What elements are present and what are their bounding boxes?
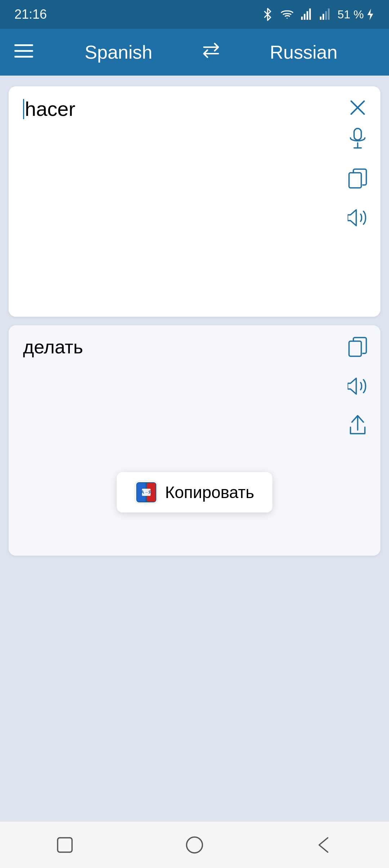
- battery-indicator: 51 %: [337, 8, 375, 21]
- output-actions: [345, 334, 370, 438]
- back-button[interactable]: [310, 831, 339, 859]
- svg-rect-17: [349, 173, 361, 188]
- signal2-icon: [319, 8, 332, 21]
- close-icon: [348, 98, 367, 117]
- svg-rect-7: [328, 9, 330, 20]
- output-card: делать: [9, 325, 380, 556]
- status-bar: 21:16 51 %: [0, 0, 389, 29]
- status-time: 21:16: [14, 7, 47, 22]
- back-icon: [313, 834, 335, 856]
- swap-languages-button[interactable]: [200, 41, 222, 63]
- svg-rect-14: [354, 128, 361, 140]
- svg-rect-24: [58, 838, 72, 852]
- clear-button[interactable]: [345, 95, 370, 120]
- svg-rect-3: [309, 9, 311, 20]
- home-button[interactable]: [180, 831, 209, 859]
- circle-icon: [184, 834, 205, 856]
- target-language-button[interactable]: Russian: [233, 41, 375, 63]
- svg-marker-8: [367, 9, 373, 20]
- svg-rect-18: [349, 341, 361, 356]
- input-card: hacer: [9, 86, 380, 317]
- svg-rect-5: [323, 14, 325, 20]
- share-output-button[interactable]: [345, 413, 370, 438]
- copy-input-button[interactable]: [345, 166, 370, 191]
- svg-rect-10: [14, 50, 33, 52]
- app-bar: Spanish Russian: [0, 29, 389, 76]
- main-content: hacer: [0, 76, 389, 821]
- svg-rect-4: [320, 17, 322, 20]
- swap-icon: [200, 41, 222, 59]
- svg-rect-1: [304, 14, 306, 20]
- svg-point-25: [187, 837, 202, 853]
- bluetooth-icon: [261, 8, 274, 21]
- mic-icon: [348, 128, 367, 149]
- copy-output-icon: [348, 336, 367, 357]
- app-icon: A→Я: [136, 482, 156, 502]
- wifi-icon: [280, 8, 294, 21]
- share-icon: [348, 415, 367, 437]
- speak-input-button[interactable]: [345, 205, 370, 230]
- svg-rect-11: [14, 56, 33, 58]
- svg-rect-2: [307, 11, 308, 20]
- charging-icon: [366, 8, 375, 21]
- svg-text:A→Я: A→Я: [141, 490, 152, 495]
- source-language-button[interactable]: Spanish: [48, 41, 189, 63]
- recent-apps-button[interactable]: [50, 831, 79, 859]
- copy-popup-icon: A→Я: [135, 481, 158, 504]
- menu-button[interactable]: [14, 41, 33, 63]
- input-text: hacer: [23, 97, 75, 121]
- svg-rect-0: [301, 17, 303, 20]
- copy-popup-label: Копировать: [165, 483, 254, 502]
- speaker-output-icon: [348, 377, 368, 395]
- svg-rect-6: [325, 11, 327, 20]
- output-text: делать: [23, 336, 337, 358]
- hamburger-icon: [14, 41, 33, 60]
- text-cursor: [23, 99, 24, 119]
- speak-output-button[interactable]: [345, 374, 370, 399]
- copy-output-button[interactable]: [345, 334, 370, 359]
- battery-percent: 51 %: [337, 8, 364, 21]
- signal-icon: [300, 8, 313, 21]
- microphone-button[interactable]: [345, 126, 370, 151]
- copy-icon: [348, 168, 367, 189]
- nav-bar: [0, 821, 389, 868]
- svg-rect-9: [14, 44, 33, 46]
- input-actions: [345, 126, 370, 230]
- copy-popup[interactable]: A→Я Копировать: [117, 472, 272, 512]
- square-icon: [54, 834, 76, 856]
- status-icons: 51 %: [261, 8, 375, 21]
- speaker-icon: [348, 208, 368, 227]
